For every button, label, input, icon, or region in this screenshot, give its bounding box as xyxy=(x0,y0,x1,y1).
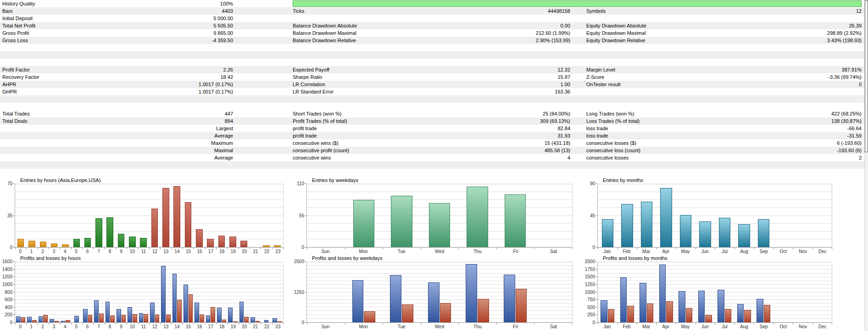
bar-entries xyxy=(505,194,526,247)
stat-cell: Sharpe Ratio15.97 xyxy=(293,73,570,81)
scrollbar[interactable] xyxy=(864,0,868,331)
x-tick-label: 13 xyxy=(160,248,171,255)
bar-loss xyxy=(402,304,413,322)
stat-value: -66.64 xyxy=(847,125,862,132)
x-tick xyxy=(598,248,598,249)
x-tick-label: Jun xyxy=(695,248,715,255)
y-tick-label: 750 xyxy=(587,298,595,302)
x-tick xyxy=(216,248,217,249)
bar-profit xyxy=(161,266,166,322)
chart-slot xyxy=(194,184,205,247)
stat-value: -3.36 (99.74%) xyxy=(828,73,862,81)
chart-slot xyxy=(149,184,160,247)
x-tick xyxy=(239,323,239,325)
x-tick xyxy=(496,248,497,249)
stat-label: Total Deals xyxy=(2,117,27,125)
stat-value: 485.58 (13) xyxy=(545,147,570,154)
bar-loss xyxy=(88,315,93,322)
chart-slot xyxy=(60,262,71,322)
x-tick xyxy=(26,323,27,325)
stat-label: Total Trades xyxy=(2,110,30,117)
chart-slot xyxy=(458,184,496,247)
x-tick xyxy=(812,323,813,325)
stat-value: 4403 xyxy=(222,7,233,15)
x-tick-label: Wed xyxy=(421,323,459,330)
bar-profit xyxy=(620,277,627,322)
x-tick xyxy=(715,248,715,249)
x-tick-label: 16 xyxy=(194,248,205,255)
x-tick-label: 11 xyxy=(138,323,149,330)
stat-label: Gross Loss xyxy=(2,37,28,44)
x-tick-label: Jul xyxy=(715,323,734,330)
x-tick-label: Aug xyxy=(734,323,754,330)
chart-slot xyxy=(598,262,618,322)
stat-cell: Bars4403 xyxy=(0,7,233,15)
stat-cell: Balance Drawdown Maximal212.60 (1.99%) xyxy=(293,29,570,37)
stat-label: Expected Payoff xyxy=(293,66,329,73)
x-tick xyxy=(183,323,183,325)
stat-cell xyxy=(586,15,862,22)
bar-profit xyxy=(757,299,763,322)
chart-slot xyxy=(194,262,205,322)
bar-entries xyxy=(140,238,147,247)
stats-row: AHPR1.0017 (0.17%)LR Correlation1.00OnTe… xyxy=(0,81,868,88)
bar-profit xyxy=(273,318,277,322)
y-tick-label: 1000 xyxy=(2,282,12,287)
x-tick-label: Jul xyxy=(715,248,734,255)
stat-label: profit trade xyxy=(293,132,317,139)
chart-slot xyxy=(15,262,26,322)
chart-slot xyxy=(138,262,149,322)
y-tick-label: 0 xyxy=(301,320,304,325)
bar-profit xyxy=(150,303,155,322)
stat-value: 1.00 xyxy=(561,81,570,88)
stats-row: Maximumconsecutive wins ($)15 (431.18)co… xyxy=(0,139,868,147)
x-tick xyxy=(60,323,60,325)
y-tick-label: 400 xyxy=(5,305,12,310)
x-tick-label: Aug xyxy=(734,248,754,255)
stat-label: Profit Trades (% of total) xyxy=(293,117,347,125)
chart-slot xyxy=(272,262,283,322)
chart-slot xyxy=(82,262,93,322)
x-tick xyxy=(250,248,250,249)
y-tick-label: 250 xyxy=(587,313,595,317)
stat-cell xyxy=(293,15,570,22)
bar-profit xyxy=(39,316,43,323)
x-tick xyxy=(496,323,497,325)
stat-value: 422 (68.25%) xyxy=(831,110,862,117)
scrollbar-thumb[interactable] xyxy=(865,0,868,152)
stat-value: 212.60 (1.99%) xyxy=(536,29,570,37)
chart-entries-by-hours: Entries by hours (Asia,Europe,USA)035700… xyxy=(0,177,290,255)
stat-cell: Initial Deposit5 000.00 xyxy=(0,15,233,22)
bar-loss xyxy=(110,315,115,322)
bar-entries xyxy=(699,221,711,247)
bar-entries xyxy=(680,215,692,247)
stat-cell: Ticks44498158 xyxy=(293,7,570,15)
stat-label: Symbols xyxy=(586,7,606,15)
bar-loss xyxy=(666,301,673,322)
x-tick-label: 1 xyxy=(26,323,37,330)
bar-profit xyxy=(16,316,21,322)
bar-entries xyxy=(185,202,192,247)
stats-row: Gross Profit9 865.00Balance Drawdown Max… xyxy=(0,29,868,37)
stats-row-spacer xyxy=(0,161,868,169)
x-tick xyxy=(138,248,139,249)
chart-slot xyxy=(205,184,216,247)
x-tick-label: 8 xyxy=(104,248,115,255)
chart-slot xyxy=(657,262,676,322)
bar-entries xyxy=(240,241,247,247)
chart-slot xyxy=(534,184,572,247)
x-tick-label: 6 xyxy=(82,323,93,330)
bar-profit xyxy=(117,309,121,322)
bar-entries xyxy=(17,239,24,247)
chart-slot xyxy=(127,262,138,322)
stat-value: 9 865.00 xyxy=(213,29,233,37)
bar-loss xyxy=(627,306,634,322)
bar-entries xyxy=(274,245,281,247)
y-axis: 02004006008001000120014001600 xyxy=(0,262,15,323)
stat-label: Ticks xyxy=(293,7,304,15)
bar-loss xyxy=(278,321,282,322)
bar-profit xyxy=(61,321,65,322)
stat-value: 12 xyxy=(856,7,862,15)
x-tick xyxy=(261,248,261,249)
x-tick xyxy=(82,323,83,325)
